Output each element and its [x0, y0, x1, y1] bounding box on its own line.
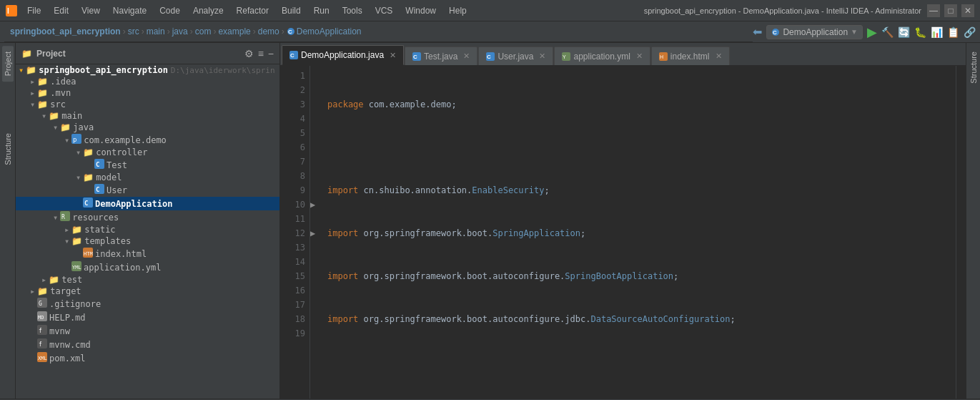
- code-line-7: [327, 355, 950, 369]
- update-button[interactable]: 🔄: [898, 26, 910, 38]
- folder-static-icon: 📁: [71, 225, 82, 235]
- tree-mvn[interactable]: ▸ 📁 .mvn: [16, 87, 279, 99]
- breadcrumb-main[interactable]: main: [147, 26, 165, 36]
- folder-resources-icon: R: [60, 211, 70, 223]
- tab-close-test[interactable]: ✕: [463, 52, 470, 61]
- coverage-button[interactable]: 📋: [947, 26, 959, 38]
- code-editor[interactable]: package com.example.demo; import cn.shui…: [322, 66, 956, 399]
- tree-user-label: User: [107, 185, 127, 195]
- tree-root[interactable]: ▾ 📁 springboot_api_encryption D:\java\id…: [16, 64, 279, 76]
- run-selector[interactable]: C DemoApplication ▼: [766, 25, 863, 39]
- tree-package[interactable]: ▾ p com.example.demo: [16, 133, 279, 147]
- breadcrumb-class[interactable]: C DemoApplication: [287, 26, 362, 36]
- code-line-1: package com.example.demo;: [327, 97, 950, 112]
- tree-model[interactable]: ▾ 📁 model: [16, 172, 279, 183]
- folder-test-icon: 📁: [49, 275, 59, 285]
- tree-static[interactable]: ▸ 📁 static: [16, 224, 279, 235]
- svg-text:H: H: [660, 54, 663, 59]
- nav-back-icon[interactable]: ⬅: [753, 25, 762, 39]
- panel-minimize-icon[interactable]: −: [268, 48, 274, 59]
- tab-user-label: User.java: [498, 52, 533, 62]
- tree-resources[interactable]: ▾ R resources: [16, 210, 279, 224]
- structure-panel-tab[interactable]: Structure: [968, 46, 979, 89]
- structure-tab[interactable]: Structure: [2, 127, 14, 171]
- tree-java-label: java: [73, 122, 94, 132]
- menu-help[interactable]: Help: [443, 4, 472, 17]
- tree-mvnw[interactable]: f mvnw: [16, 324, 279, 338]
- tab-close-yml[interactable]: ✕: [636, 52, 643, 61]
- tree-java[interactable]: ▾ 📁 java: [16, 122, 279, 133]
- menu-run[interactable]: Run: [308, 4, 335, 17]
- menu-navigate[interactable]: Navigate: [107, 4, 152, 17]
- build-button[interactable]: 🔨: [881, 26, 894, 38]
- profile-button[interactable]: 📊: [931, 26, 943, 38]
- tree-demoapplication[interactable]: C DemoApplication: [16, 197, 279, 210]
- breadcrumb-demo[interactable]: demo: [258, 26, 279, 36]
- mvnw-cmd-icon: f: [37, 338, 47, 351]
- tab-yml-icon: Y: [562, 52, 570, 61]
- breadcrumb-src[interactable]: src: [128, 26, 139, 36]
- menu-tools[interactable]: Tools: [337, 4, 368, 17]
- svg-text:C: C: [773, 29, 777, 36]
- project-tab[interactable]: Project: [2, 46, 14, 82]
- tab-user[interactable]: C User.java ✕: [478, 47, 553, 65]
- tab-close-html[interactable]: ✕: [716, 52, 722, 61]
- tab-close-user[interactable]: ✕: [539, 52, 545, 61]
- tree-user-java[interactable]: C User: [16, 183, 279, 197]
- tab-yml[interactable]: Y application.yml ✕: [554, 47, 650, 65]
- tree-controller[interactable]: ▾ 📁 controller: [16, 147, 279, 158]
- panel-settings-icon[interactable]: ⚙: [244, 48, 254, 59]
- breadcrumb-com[interactable]: com: [195, 26, 212, 36]
- breadcrumb-example[interactable]: example: [218, 26, 250, 36]
- maximize-button[interactable]: □: [944, 4, 957, 17]
- svg-text:C: C: [96, 161, 99, 168]
- tab-html[interactable]: H index.html ✕: [651, 47, 730, 65]
- right-gutter: [956, 66, 966, 399]
- code-line-8: @SpringBootApplication(exclude = DataSou…: [327, 398, 950, 399]
- run-button[interactable]: ▶: [867, 24, 877, 40]
- menu-vcs[interactable]: VCS: [370, 4, 399, 17]
- menu-analyze[interactable]: Analyze: [187, 4, 229, 17]
- vcs-button[interactable]: 🔗: [964, 26, 976, 38]
- tree-main[interactable]: ▾ 📁 main: [16, 110, 279, 122]
- project-tree: ▾ 📁 springboot_api_encryption D:\java\id…: [16, 64, 279, 399]
- breadcrumb-project[interactable]: springboot_api_encryption: [10, 26, 121, 36]
- tab-test[interactable]: C Test.java ✕: [405, 47, 477, 65]
- tree-idea[interactable]: ▸ 📁 .idea: [16, 76, 279, 87]
- tree-target[interactable]: ▸ 📁 target: [16, 286, 279, 297]
- right-structure-panel: Structure: [966, 43, 980, 399]
- folder-templates-icon: 📁: [71, 236, 82, 246]
- tree-src[interactable]: ▾ 📁 src: [16, 99, 279, 110]
- menu-view[interactable]: View: [76, 4, 106, 17]
- menu-code[interactable]: Code: [154, 4, 186, 17]
- menu-file[interactable]: File: [21, 4, 46, 17]
- debug-button[interactable]: 🐛: [914, 26, 926, 38]
- tree-test[interactable]: ▸ 📁 test: [16, 274, 279, 286]
- tree-help-md-label: HELP.md: [49, 313, 86, 323]
- menu-edit[interactable]: Edit: [48, 4, 74, 17]
- tree-mvnw-cmd[interactable]: f mvnw.cmd: [16, 338, 279, 351]
- tree-pom-xml[interactable]: XML pom.xml: [16, 351, 279, 365]
- tree-mvnw-cmd-label: mvnw.cmd: [49, 340, 91, 350]
- tree-application-yml[interactable]: YML application.yml: [16, 260, 279, 274]
- gitignore-icon: G: [37, 298, 47, 310]
- tree-test-java[interactable]: C Test: [16, 158, 279, 172]
- menu-build[interactable]: Build: [276, 4, 307, 17]
- tree-index-html[interactable]: HTML index.html: [16, 247, 279, 260]
- menu-refactor[interactable]: Refactor: [231, 4, 274, 17]
- panel-gear-icon[interactable]: ≡: [258, 48, 264, 59]
- close-button[interactable]: ✕: [961, 4, 974, 17]
- folder-model-icon: 📁: [83, 172, 94, 182]
- tree-model-label: model: [96, 172, 122, 182]
- tab-demoapplication[interactable]: C DemoApplication.java ✕: [282, 45, 404, 65]
- tree-test-label: Test: [107, 160, 127, 170]
- tree-templates[interactable]: ▾ 📁 templates: [16, 235, 279, 247]
- breadcrumb-java[interactable]: java: [172, 26, 188, 36]
- code-line-2: [327, 140, 950, 155]
- tree-help-md[interactable]: MD HELP.md: [16, 311, 279, 324]
- tree-gitignore[interactable]: G .gitignore: [16, 297, 279, 311]
- menu-window[interactable]: Window: [400, 4, 442, 17]
- tab-close-demoapplication[interactable]: ✕: [390, 51, 396, 60]
- tab-html-icon: H: [659, 52, 668, 61]
- minimize-button[interactable]: —: [927, 4, 940, 17]
